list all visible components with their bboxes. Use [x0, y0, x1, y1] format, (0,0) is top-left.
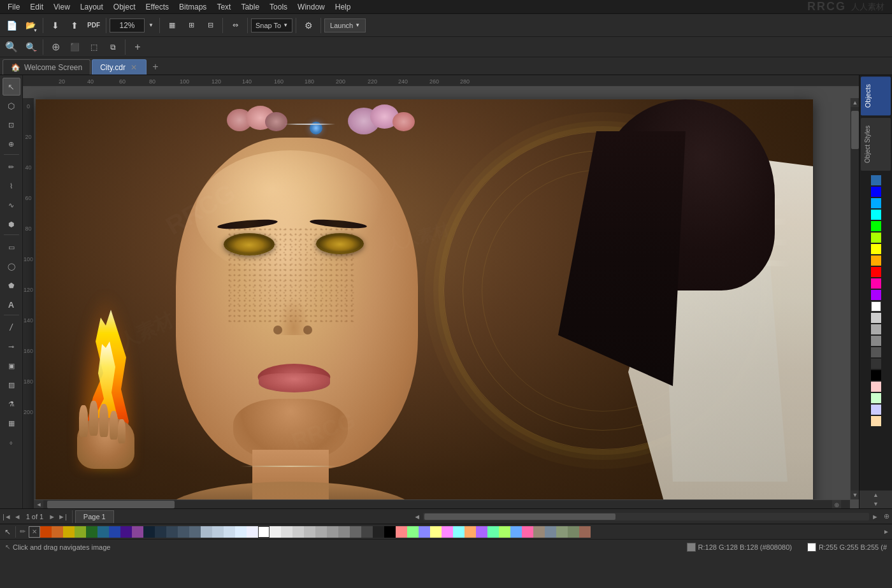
color-swatch-light-green[interactable] [871, 393, 881, 403]
polygon-tool-button[interactable]: ⬟ [3, 276, 20, 294]
color-panel-scroll-down[interactable]: ▼ [860, 499, 892, 508]
color-swatch-darker-gray[interactable] [871, 359, 881, 369]
menu-bitmaps[interactable]: Bitmaps [174, 1, 212, 13]
connector-tool-button[interactable]: ⊸ [3, 338, 20, 355]
palette-swatch-7[interactable] [109, 526, 120, 538]
palette-swatch-17[interactable] [224, 526, 235, 538]
palette-swatch-31[interactable] [407, 526, 419, 538]
palette-swatch-21[interactable] [281, 526, 292, 538]
calligraphy-tool-button[interactable]: ∿ [3, 196, 20, 214]
palette-scroll-right[interactable]: ► [881, 526, 892, 538]
freehand-tool-button[interactable]: ✏ [3, 158, 20, 176]
inner-canvas[interactable]: 0 20 40 60 80 100 120 140 160 180 200 [23, 87, 859, 508]
palette-swatch-42[interactable] [533, 526, 545, 538]
palette-swatch-9[interactable] [132, 526, 143, 538]
add-tab-button[interactable]: + [148, 59, 163, 75]
eyedropper-tool-button[interactable]: ⚗ [3, 395, 20, 413]
view-table-button[interactable]: ⊟ [201, 17, 219, 34]
color-swatch-light-pink[interactable] [871, 382, 881, 392]
palette-swatch-41[interactable] [522, 526, 533, 538]
color-swatch-mid-gray[interactable] [871, 336, 881, 346]
h-scroll-thumb-2[interactable] [424, 513, 615, 520]
palette-swatch-6[interactable] [97, 526, 109, 538]
export-button[interactable]: ⬆ [66, 17, 83, 34]
crop-tool-button[interactable]: ⊡ [3, 116, 20, 134]
close-tab-button[interactable]: ✕ [129, 63, 138, 72]
menu-text[interactable]: Text [212, 1, 236, 13]
view-grid-button[interactable]: ▦ [163, 17, 181, 34]
palette-swatch-22[interactable] [292, 526, 304, 538]
scroll-thumb-v[interactable] [851, 111, 859, 149]
palette-swatch-23[interactable] [304, 526, 315, 538]
zoom-out-button[interactable]: 🔍 − [22, 38, 40, 56]
menu-view[interactable]: View [48, 1, 75, 13]
palette-swatch-11[interactable] [155, 526, 166, 538]
palette-swatch-35[interactable] [453, 526, 464, 538]
transparency-tool-button[interactable]: ▨ [3, 376, 20, 394]
node-tool-button[interactable]: ⬡ [3, 97, 20, 115]
color-swatch-green[interactable] [871, 221, 881, 231]
shadow-tool-button[interactable]: ▣ [3, 357, 20, 375]
palette-swatch-3[interactable] [63, 526, 75, 538]
zoom-frame-button[interactable]: ⬛ [66, 38, 83, 56]
color-swatch-black[interactable] [871, 370, 881, 380]
scroll-left-arrow[interactable]: ◄ [34, 500, 43, 508]
artwork-canvas[interactable]: RRCG 人人素材 RRCG 人人素材 Roy Monster [36, 99, 813, 508]
palette-swatch-12[interactable] [166, 526, 178, 538]
color-swatch-orange[interactable] [871, 255, 881, 266]
menu-table[interactable]: Table [236, 1, 264, 13]
page-1-tab[interactable]: Page 1 [75, 510, 114, 523]
palette-swatch-28[interactable] [361, 526, 373, 538]
menu-file[interactable]: File [3, 1, 25, 13]
palette-swatch-44[interactable] [556, 526, 568, 538]
palette-swatch-45[interactable] [568, 526, 579, 538]
menu-window[interactable]: Window [292, 1, 330, 13]
menu-effects[interactable]: Effects [141, 1, 174, 13]
smart-fill-tool-button[interactable]: ⬢ [3, 215, 20, 233]
text-tool-button[interactable]: A [3, 296, 20, 313]
palette-swatch-13[interactable] [178, 526, 189, 538]
color-swatch-red[interactable] [871, 267, 881, 277]
palette-swatch-40[interactable] [510, 526, 522, 538]
palette-swatch-1[interactable] [40, 526, 52, 538]
palette-swatch-15[interactable] [201, 526, 212, 538]
city-cdr-tab[interactable]: City.cdr ✕ [92, 59, 147, 75]
palette-swatch-37[interactable] [476, 526, 487, 538]
color-swatch-dark-gray[interactable] [871, 347, 881, 357]
palette-swatch-33[interactable] [430, 526, 442, 538]
color-swatch-purple[interactable] [871, 290, 881, 300]
palette-swatch-4[interactable] [75, 526, 86, 538]
palette-swatch-46[interactable] [579, 526, 591, 538]
palette-swatch-2[interactable] [52, 526, 63, 538]
menu-layout[interactable]: Layout [75, 1, 108, 13]
color-swatch-blue[interactable] [871, 175, 881, 185]
color-panel-scroll-up[interactable]: ▲ [860, 491, 892, 499]
menu-object[interactable]: Object [108, 1, 141, 13]
zoom-tool-button[interactable]: ⊕ [3, 135, 20, 153]
publish-pdf-button[interactable]: PDF [85, 17, 103, 34]
zoom-input[interactable]: 12% [110, 18, 145, 32]
palette-swatch-white[interactable] [258, 526, 270, 538]
settings-button[interactable]: ⚙ [299, 17, 317, 34]
zoom-page-button[interactable]: ⬚ [85, 38, 103, 56]
zoom-plus-button[interactable]: ⊕ [47, 38, 64, 56]
view-layout-button[interactable]: ⊞ [182, 17, 200, 34]
color-swatch-pure-blue[interactable] [871, 187, 881, 197]
vertical-scrollbar[interactable]: ▲ ▼ [850, 98, 859, 499]
color-swatch-cyan[interactable] [871, 210, 881, 220]
import-button[interactable]: ⬇ [47, 17, 64, 34]
palette-swatch-20[interactable] [270, 526, 281, 538]
launch-button[interactable]: Launch ▼ [324, 18, 366, 32]
h-scroll-track[interactable] [423, 513, 869, 520]
color-swatch-light-gray[interactable] [871, 313, 881, 323]
color-swatch-pink[interactable] [871, 278, 881, 289]
palette-swatch-14[interactable] [189, 526, 201, 538]
palette-swatch-19[interactable] [247, 526, 258, 538]
palette-swatch-27[interactable] [350, 526, 361, 538]
new-button[interactable]: 📄 [3, 17, 20, 34]
palette-swatch-25[interactable] [327, 526, 338, 538]
welcome-screen-tab[interactable]: 🏠 Welcome Screen [3, 59, 90, 75]
line-tool-button[interactable]: / [3, 319, 20, 336]
rectangle-tool-button[interactable]: ▭ [3, 238, 20, 256]
fill-tool-button[interactable]: ▦ [3, 414, 20, 432]
